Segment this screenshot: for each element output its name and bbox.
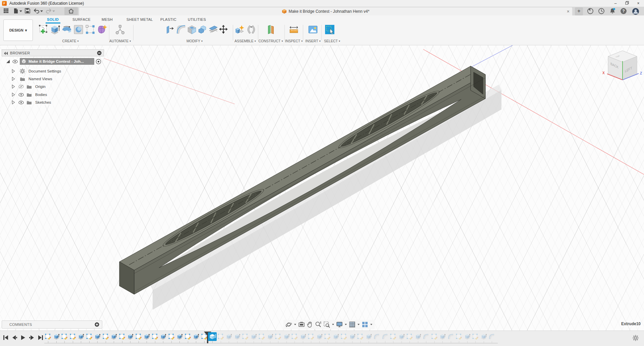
timeline-feature-extrude-icon[interactable] xyxy=(94,333,101,340)
activate-component-radio[interactable] xyxy=(96,59,101,64)
create-form-icon[interactable] xyxy=(97,24,107,35)
offset-face-icon[interactable] xyxy=(208,24,219,35)
file-menu-caret[interactable] xyxy=(19,10,22,12)
look-at-icon[interactable] xyxy=(298,321,305,328)
timeline-feature-sketch-icon[interactable] xyxy=(135,333,142,340)
timeline-feature-sketch-icon[interactable] xyxy=(69,333,76,340)
fit-icon[interactable] xyxy=(323,321,330,328)
expand-collapse-icon[interactable] xyxy=(6,59,10,64)
timeline-feature-extrude-icon[interactable] xyxy=(398,333,405,340)
hide-panel-icon[interactable] xyxy=(97,51,102,55)
timeline-feature-extrude-icon[interactable] xyxy=(316,333,323,340)
caret-right-icon[interactable] xyxy=(12,100,15,104)
timeline-feature-sketch-icon[interactable] xyxy=(390,333,396,340)
timeline-feature-extrude-icon[interactable] xyxy=(143,333,150,340)
timeline-step-forward-icon[interactable] xyxy=(29,335,35,341)
timeline-feature-extrude-icon[interactable] xyxy=(77,333,84,340)
fillet-icon[interactable] xyxy=(176,24,186,35)
timeline-go-end-icon[interactable] xyxy=(38,335,44,341)
caret-right-icon[interactable] xyxy=(12,77,15,81)
timeline-feature-extrude-icon[interactable] xyxy=(53,333,60,340)
timeline-feature-extrude-icon[interactable] xyxy=(193,333,199,340)
timeline-feature-sketch-icon[interactable] xyxy=(61,333,68,340)
rectangular-pattern-icon[interactable] xyxy=(85,24,96,35)
timeline-feature-sketch-icon[interactable] xyxy=(406,333,413,340)
timeline-feature-extrude-icon[interactable] xyxy=(415,333,421,340)
document-tab-close-icon[interactable]: × xyxy=(567,8,570,15)
timeline-feature-extrude-icon[interactable] xyxy=(225,333,232,340)
timeline-feature-extrude-icon[interactable] xyxy=(160,333,166,340)
create-sketch-icon[interactable] xyxy=(38,24,49,35)
browser-item-bodies[interactable]: Bodies xyxy=(2,91,50,98)
tab-sheet-metal[interactable]: SHEET METAL xyxy=(126,17,153,21)
timeline-feature-sketch-icon[interactable] xyxy=(242,333,249,340)
timeline-feature-sketch-icon[interactable] xyxy=(340,333,347,340)
close-button[interactable]: × xyxy=(633,0,644,7)
timeline-feature-sketch-icon[interactable] xyxy=(102,333,109,340)
timeline-feature-extrude-icon[interactable] xyxy=(300,333,306,340)
new-component-icon[interactable] xyxy=(234,24,245,35)
browser-item-label[interactable]: Bodies xyxy=(34,92,50,97)
combine-icon[interactable] xyxy=(197,24,208,35)
zoom-icon[interactable] xyxy=(315,321,322,328)
timeline-feature-sketch-icon[interactable] xyxy=(357,333,364,340)
new-tab-button[interactable]: + xyxy=(575,7,583,15)
app-grid-icon[interactable] xyxy=(3,8,9,14)
timeline-feature-sketch-icon[interactable] xyxy=(45,333,51,340)
tab-plastic[interactable]: PLASTIC xyxy=(160,17,176,21)
design-workspace-dropdown[interactable]: DESIGN▾ xyxy=(3,19,33,41)
timeline-feature-extrude-icon[interactable] xyxy=(267,333,273,340)
timeline-feature-extrude-icon[interactable] xyxy=(349,333,356,340)
timeline-feature-extrude-icon[interactable] xyxy=(127,333,133,340)
viewport-canvas[interactable] xyxy=(0,45,644,331)
move-icon[interactable] xyxy=(218,24,229,35)
timeline-feature-extrude-icon[interactable] xyxy=(365,333,372,340)
modify-group-dropdown[interactable]: MODIFY▾ xyxy=(186,39,203,43)
grid-display-caret[interactable] xyxy=(358,324,360,325)
restore-button[interactable] xyxy=(621,0,633,7)
browser-root-label[interactable]: Make it Bridge Contest - Joh... xyxy=(20,58,94,65)
timeline-feature-sketch-icon[interactable] xyxy=(168,333,175,340)
extrude-icon[interactable] xyxy=(50,24,60,35)
browser-item-label[interactable]: Document Settings xyxy=(27,68,64,74)
help-icon[interactable]: ? xyxy=(620,8,627,14)
timeline-feature-sketch-icon[interactable] xyxy=(184,333,191,340)
browser-root-row[interactable]: Make it Bridge Contest - Joh... xyxy=(2,58,101,65)
browser-item-label[interactable]: Sketches xyxy=(34,100,54,105)
timeline-feature-extrude-icon[interactable] xyxy=(480,333,487,340)
hole-icon[interactable] xyxy=(73,24,84,35)
timeline-feature-extrude-current[interactable] xyxy=(208,332,217,341)
timeline-feature-extrude-icon[interactable] xyxy=(332,333,339,340)
timeline-feature-fillet-icon[interactable] xyxy=(382,333,388,340)
browser-item-sketches[interactable]: Sketches xyxy=(2,99,54,106)
tab-solid[interactable]: SOLID xyxy=(47,17,59,21)
timeline-play-icon[interactable] xyxy=(20,335,26,341)
timeline-feature-fillet-icon[interactable] xyxy=(488,333,495,340)
undo-caret[interactable] xyxy=(40,10,43,12)
display-settings-icon[interactable] xyxy=(336,321,343,328)
timeline-step-back-icon[interactable] xyxy=(11,335,17,341)
insert-canvas-icon[interactable] xyxy=(308,24,318,35)
viewports-caret[interactable] xyxy=(370,324,372,325)
select-icon[interactable] xyxy=(324,24,335,35)
timeline-feature-extrude-icon[interactable] xyxy=(110,333,117,340)
timeline-feature-fillet-icon[interactable] xyxy=(423,333,429,340)
comments-bar[interactable]: COMMENTS xyxy=(2,320,102,329)
timeline-feature-sketch-icon[interactable] xyxy=(291,333,298,340)
timeline-go-start-icon[interactable] xyxy=(3,335,9,341)
caret-right-icon[interactable] xyxy=(12,69,15,73)
pan-icon[interactable] xyxy=(307,321,313,328)
timeline-feature-sketch-icon[interactable] xyxy=(86,333,93,340)
create-group-dropdown[interactable]: CREATE▾ xyxy=(62,39,79,43)
extensions-icon[interactable] xyxy=(587,8,594,14)
browser-header[interactable]: BROWSER xyxy=(2,49,104,56)
timeline-feature-extrude-icon[interactable] xyxy=(464,333,471,340)
orbit-caret[interactable] xyxy=(294,324,296,325)
home-view-button[interactable] xyxy=(64,7,78,15)
orbit-icon[interactable] xyxy=(285,321,292,328)
add-comment-icon[interactable] xyxy=(95,322,99,327)
timeline-feature-sketch-icon[interactable] xyxy=(308,333,314,340)
minimize-button[interactable]: – xyxy=(610,0,621,7)
automate-group-dropdown[interactable]: AUTOMATE▾ xyxy=(109,39,131,43)
notifications-bell-icon[interactable] xyxy=(609,8,616,14)
